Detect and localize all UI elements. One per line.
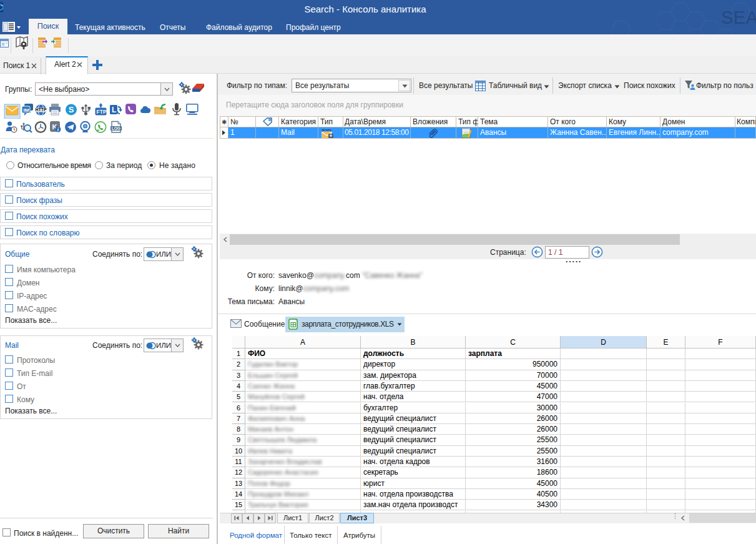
- svg-text:LOG: LOG: [112, 126, 120, 131]
- svg-text:IM: IM: [24, 107, 29, 113]
- svg-text:S: S: [69, 105, 74, 114]
- svg-text:FTP: FTP: [97, 109, 107, 115]
- svg-text:HTTP: HTTP: [36, 107, 47, 112]
- svg-text:L: L: [112, 106, 116, 114]
